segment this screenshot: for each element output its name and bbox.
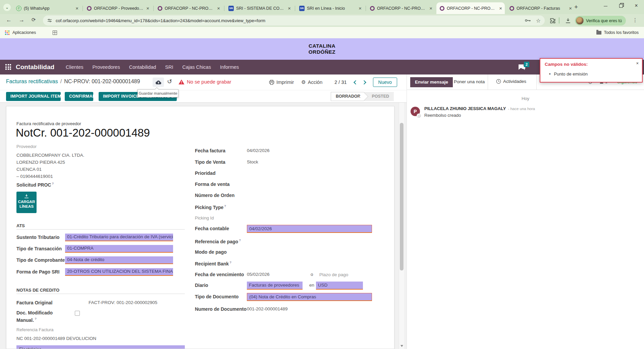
confirm-button[interactable]: CONFIRMAR — [65, 92, 93, 101]
tipo-venta-value[interactable]: Stock — [247, 159, 258, 164]
partner-vat: – 0190444619001 — [16, 174, 53, 179]
forma-pago-sri-input[interactable]: 20-OTROS CON UTILIZACION DEL SISTEMA FIN… — [65, 268, 173, 276]
tab-close-icon[interactable]: × — [429, 6, 432, 11]
browser-tab-whatsapp[interactable]: ✆ (5) WhatsApp × — [13, 2, 81, 14]
profile-button[interactable]: Verifica que eres tú — [575, 16, 626, 26]
activities-button[interactable]: Actividades — [496, 79, 526, 84]
nav-item-cajas-chicas[interactable]: Cajas Chicas — [182, 64, 211, 70]
field-picking-id: Picking Id — [195, 214, 383, 222]
discard-changes-icon[interactable]: ↺ — [167, 78, 172, 85]
nav-item-proveedores[interactable]: Proveedores — [92, 64, 120, 70]
field-label: Modo de pago — [195, 249, 227, 255]
help-marker: ? — [229, 260, 231, 264]
pager-previous-icon[interactable] — [354, 80, 358, 85]
extensions-puzzle-icon[interactable] — [549, 17, 556, 24]
partner-name[interactable]: COBBLERCOMPANY CIA. LTDA. — [16, 153, 85, 158]
field-numero-documento: Numero de Documento 001-202-000001489 — [195, 305, 383, 313]
forward-icon[interactable]: → — [19, 17, 24, 23]
nav-item-clientes[interactable]: Clientes — [66, 64, 83, 70]
cargar-lineas-button[interactable]: CARGAR LÍNEAS — [16, 192, 37, 213]
send-message-button[interactable]: Enviar mensaje — [410, 77, 453, 87]
fecha-contable-input[interactable]: 04/02/2026 — [247, 225, 372, 233]
window-close-button[interactable]: × — [629, 0, 644, 11]
browser-tab-orfacorp-ncprov-1[interactable]: ORFACORP - NC-PROV: 14 × — [154, 2, 223, 14]
status-draft[interactable]: BORRADOR — [331, 92, 364, 101]
download-icon[interactable] — [565, 17, 571, 24]
site-settings-icon[interactable] — [47, 18, 52, 23]
breadcrumb-parent-link[interactable]: Facturas rectificativas — [6, 79, 58, 85]
bookmarks-bar: Aplicaciones Todos los favoritos — [0, 27, 644, 38]
tipo-documento-input[interactable]: (04) Nota de Crédito en Compras — [247, 293, 372, 301]
field-label: Forma de venta — [195, 182, 229, 187]
bookmark-star-icon[interactable]: ☆ — [536, 17, 541, 24]
referencia-factura-label: Referencia Factura — [16, 327, 54, 332]
back-icon[interactable]: ← — [6, 17, 12, 23]
tab-close-icon[interactable]: × — [359, 6, 362, 11]
all-bookmarks-button[interactable]: Todos los favoritos — [596, 30, 639, 35]
apps-menu-icon[interactable] — [5, 64, 11, 70]
help-marker: ? — [239, 238, 241, 242]
status-posted[interactable]: POSTED — [364, 92, 394, 101]
browser-tab-sri-en-linea[interactable]: SRI SRI en Línea - Inicio × — [296, 2, 364, 14]
tab-close-icon[interactable]: × — [217, 6, 220, 11]
scrollbar-down-arrow[interactable] — [400, 345, 403, 347]
toast-close-icon[interactable]: × — [636, 61, 639, 66]
browser-tab-orfacorp-ncprov-active[interactable]: ORFACORP - NC-PROV: 0 × — [436, 2, 505, 14]
new-record-button[interactable]: Nuevo — [373, 78, 397, 87]
tab-groups-icon[interactable] — [53, 31, 57, 35]
password-key-icon[interactable] — [525, 18, 531, 23]
tab-close-icon[interactable]: × — [499, 6, 502, 11]
browser-tab-orfacorp-proveedores[interactable]: ORFACORP - Proveedores × — [84, 2, 152, 14]
action-menu-button[interactable]: ⚙ Acción — [301, 79, 322, 85]
field-label: Forma de Pago SRI — [16, 269, 59, 275]
plazo-pago-link[interactable]: Plazo de pago — [319, 272, 348, 277]
app-brand[interactable]: Contabilidad — [16, 63, 54, 71]
help-marker: ? — [35, 317, 37, 320]
referencia-factura-value[interactable]: NC 001-202-000001489 DEVOLUCION — [16, 336, 96, 341]
field-label: Recipient Bank? — [195, 260, 231, 266]
nav-item-contabilidad[interactable]: Contabilidad — [129, 64, 156, 70]
tab-search-chevron-icon[interactable]: ⌄ — [3, 4, 11, 11]
tab-close-icon[interactable]: × — [146, 6, 149, 11]
tipo-comprobante-input[interactable]: 04-Nota de crédito — [65, 256, 173, 264]
sustento-tributario-input[interactable]: 01-Crédito Tributario para declaración d… — [65, 234, 173, 241]
diario-input[interactable]: Facturas de proveedores — [247, 282, 303, 290]
tab-title: ORFACORP - NC-PROV: 0 — [447, 6, 497, 11]
electronico-field[interactable]: Electrónico — [16, 345, 185, 349]
browser-toolbar: ← → ⟳ cof.orfacorp.com/web#id=19464&menu… — [0, 14, 644, 27]
new-tab-button[interactable]: + — [574, 3, 578, 11]
nav-item-informes[interactable]: Informes — [220, 64, 239, 70]
browser-tab-sri-sistema[interactable]: SRI SRI - SISTEMA DE COMPR × — [225, 2, 293, 14]
window-restore-button[interactable] — [613, 0, 629, 11]
tab-close-icon[interactable]: × — [569, 6, 572, 11]
log-note-button[interactable]: Poner una nota — [454, 79, 485, 84]
save-manually-button[interactable] — [153, 78, 164, 87]
currency-input[interactable]: USD — [316, 282, 363, 290]
field-label: Diario — [195, 283, 208, 288]
field-recipient-bank: Recipient Bank? — [195, 259, 383, 267]
doc-modificado-checkbox[interactable] — [75, 311, 80, 316]
browser-menu-icon[interactable]: ⋮ — [633, 17, 638, 23]
tab-close-icon[interactable]: × — [288, 6, 291, 11]
fecha-factura-value[interactable]: 04/02/2026 — [247, 148, 270, 153]
url-bar[interactable]: cof.orfacorp.com/web#id=19464&menu_id=17… — [43, 15, 545, 26]
field-fecha-vencimiento: Fecha de vencimiento 05/02/2026 o Plazo … — [195, 271, 383, 279]
tipo-transaccion-input[interactable]: 01-COMPRA — [65, 245, 173, 253]
reload-icon[interactable]: ⟳ — [32, 17, 36, 23]
form-scrollbar[interactable] — [399, 103, 404, 349]
nav-item-sri[interactable]: SRI — [165, 64, 173, 70]
browser-tab-orfacorp-facturas[interactable]: ORFACORP - Facturas × — [506, 2, 575, 14]
field-forma-venta: Forma de venta — [195, 181, 383, 189]
print-button[interactable]: Imprimir — [269, 80, 294, 85]
warning-text: No se puede grabar — [187, 79, 231, 85]
pager-next-icon[interactable] — [362, 80, 366, 85]
factura-original-value[interactable]: FACT-PROV: 001-202-000002905 — [89, 300, 157, 305]
import-journal-items-button[interactable]: IMPORT JOURNAL ITEMS — [6, 92, 61, 101]
window-minimize-button[interactable] — [598, 0, 613, 11]
fecha-vencimiento-value[interactable]: 05/02/2026 — [247, 272, 270, 277]
tab-close-icon[interactable]: × — [75, 6, 78, 11]
scrollbar-thumb[interactable] — [400, 123, 404, 270]
numero-documento-value[interactable]: 001-202-000001489 — [247, 306, 288, 311]
apps-shortcut[interactable]: Aplicaciones — [5, 30, 57, 35]
browser-tab-orfacorp-ncprov-2[interactable]: ORFACORP - NC-PROV: 0 × — [367, 2, 435, 14]
